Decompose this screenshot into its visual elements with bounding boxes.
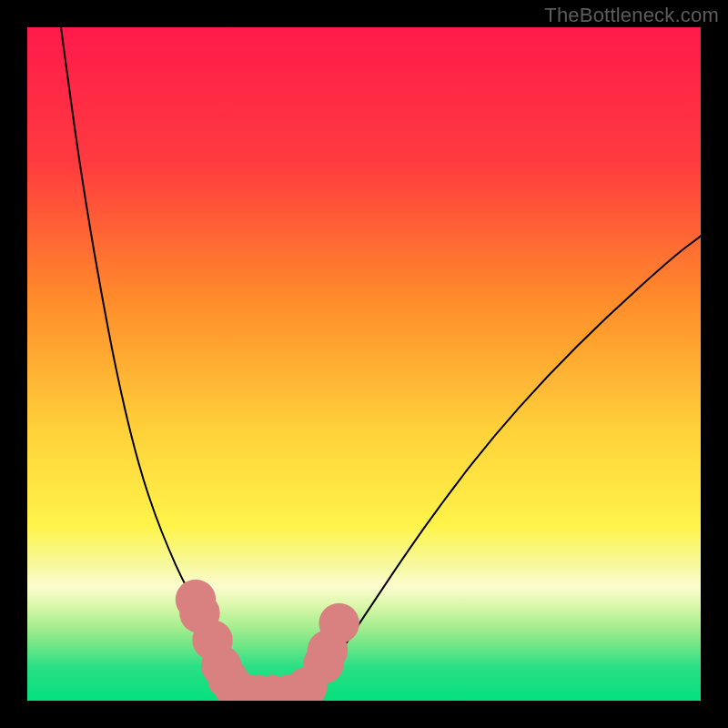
chart-frame: TheBottleneck.com [0,0,728,728]
watermark-text: TheBottleneck.com [544,4,719,27]
chart-svg [27,27,701,701]
gradient-background [27,27,701,701]
plot-area [27,27,701,701]
marker-dot [318,603,359,643]
